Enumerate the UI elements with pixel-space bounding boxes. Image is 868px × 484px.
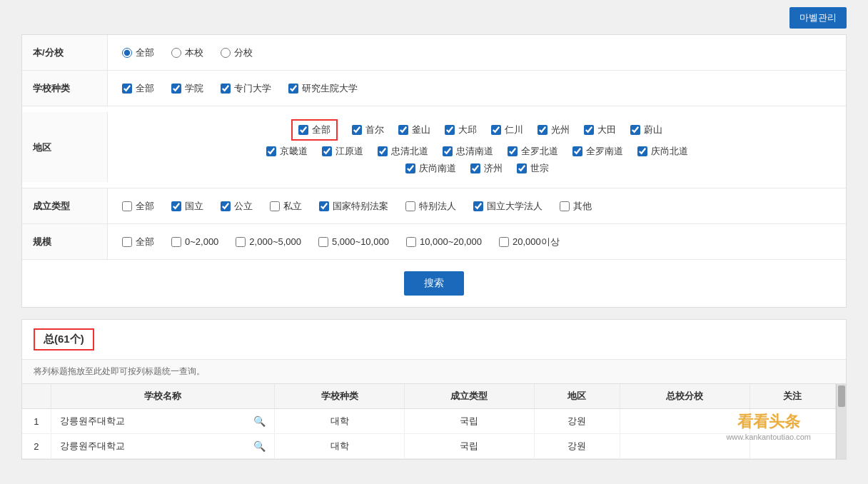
check-region-jeonbuk[interactable]: 全罗北道 (508, 145, 558, 158)
th-school-name: 学校名称 (51, 384, 275, 409)
establish-type-options: 全部 国立 公立 私立 国家特别法案 特别法人 国立 (108, 193, 846, 220)
check-scale-2000-5000[interactable]: 2,000~5,000 (236, 236, 301, 247)
row2-note (750, 434, 835, 459)
check-region-ulsan[interactable]: 蔚山 (630, 119, 662, 141)
table-header-row: 学校名称 学校种类 成立类型 地区 总校分校 关注 (22, 384, 836, 409)
check-region-jeju[interactable]: 济州 (470, 162, 503, 175)
results-section: 总(61个) 将列标题拖放至此处即可按列标题统一查询。 学校名称 学校种类 成立… (21, 319, 847, 460)
label-school-type: 学校种类 (22, 71, 108, 106)
th-num (22, 384, 51, 409)
radio-sub-branch[interactable]: 分校 (221, 46, 253, 59)
check-est-public[interactable]: 公立 (221, 200, 253, 213)
th-school-type: 学校种类 (275, 384, 405, 409)
check-region-gyeongbuk[interactable]: 庆尚北道 (637, 145, 688, 158)
label-branch: 本/分校 (22, 35, 108, 70)
region-row-3: 庆尚南道 济州 世宗 (405, 162, 549, 175)
check-region-sejong[interactable]: 世宗 (517, 162, 549, 175)
region-row-1: 全部 首尔 釜山 大邱 仁川 (291, 119, 662, 141)
search-form: 本/分校 全部 本校 分校 学校种类 全部 (21, 34, 847, 308)
table-wrapper: 学校名称 学校种类 成立类型 地区 总校分校 关注 1 (22, 384, 846, 459)
top-right-button[interactable]: 마벨관리 (789, 7, 847, 29)
label-scale: 规模 (22, 224, 108, 259)
check-region-chungbuk[interactable]: 忠清北道 (378, 145, 428, 158)
check-region-gwangju[interactable]: 光州 (538, 119, 570, 141)
row2-search-icon[interactable]: 🔍 (253, 440, 266, 452)
form-row-region: 地区 全部 首尔 釜山 大邱 (22, 106, 846, 188)
drag-area: 将列标题拖放至此处即可按列标题统一查询。 (22, 360, 846, 384)
check-schooltype-vocational[interactable]: 专门大学 (221, 82, 271, 95)
row1-name-cell: 강릉원주대학교 🔍 (51, 409, 275, 434)
row1-search-icon[interactable]: 🔍 (253, 415, 266, 427)
check-region-seoul[interactable]: 首尔 (352, 119, 384, 141)
check-scale-10000-20000[interactable]: 10,000~20,000 (406, 236, 482, 247)
row2-name-cell: 강릉원주대학교 🔍 (51, 434, 275, 459)
check-region-chungnam[interactable]: 忠清南道 (443, 145, 493, 158)
check-est-all[interactable]: 全部 (122, 200, 154, 213)
search-button[interactable]: 搜索 (404, 271, 464, 296)
check-schooltype-grad[interactable]: 研究生院大学 (288, 82, 358, 95)
label-establish-type: 成立类型 (22, 188, 108, 223)
search-button-row: 搜索 (22, 260, 846, 307)
scale-options: 全部 0~2,000 2,000~5,000 5,000~10,000 10,0… (108, 228, 846, 256)
results-table: 学校名称 学校种类 成立类型 地区 总校分校 关注 1 (22, 384, 836, 459)
check-scale-5000-10000[interactable]: 5,000~10,000 (318, 236, 389, 247)
scrollbar[interactable] (836, 384, 846, 459)
row1-region: 강원 (534, 409, 620, 434)
check-scale-0-2000[interactable]: 0~2,000 (171, 236, 218, 247)
check-est-special-law[interactable]: 国家特别法案 (319, 200, 388, 213)
check-est-national[interactable]: 国立 (171, 200, 203, 213)
check-est-private[interactable]: 私立 (270, 200, 302, 213)
results-count: 总(61个) (34, 328, 94, 351)
check-region-daegu[interactable]: 大邱 (445, 119, 477, 141)
drag-area-text: 将列标题拖放至此处即可按列标题统一查询。 (34, 365, 834, 378)
check-scale-20000-plus[interactable]: 20,000이상 (499, 236, 560, 248)
form-row-branch: 本/分校 全部 本校 分校 (22, 35, 846, 71)
radio-all-branch[interactable]: 全部 (122, 46, 154, 59)
row1-type: 대학 (275, 409, 405, 434)
check-schooltype-college[interactable]: 学院 (171, 82, 203, 95)
check-region-jeonnam[interactable]: 全罗南道 (572, 145, 623, 158)
row2-establish: 국립 (404, 434, 534, 459)
label-region: 地区 (22, 112, 108, 182)
row2-school-name: 강릉원주대학교 (60, 440, 125, 453)
table-row: 2 강릉원주대학교 🔍 대학 국립 강원 (22, 434, 836, 459)
region-row-2: 京畿道 江原道 忠清北道 忠清南道 全罗北道 全罗 (266, 145, 688, 158)
scrollbar-thumb[interactable] (838, 385, 845, 407)
check-region-busan[interactable]: 釜山 (398, 119, 430, 141)
th-note: 关注 (750, 384, 835, 409)
branch-options: 全部 本校 分校 (108, 39, 846, 66)
row1-num: 1 (22, 409, 51, 434)
row2-region: 강원 (534, 434, 620, 459)
region-options: 全部 首尔 釜山 大邱 仁川 (108, 112, 846, 182)
form-row-establish-type: 成立类型 全部 国立 公立 私立 国家特别法案 特别法人 (22, 188, 846, 224)
check-region-gyeongnam[interactable]: 庆尚南道 (405, 162, 456, 175)
check-schooltype-all[interactable]: 全部 (122, 82, 154, 95)
row2-num: 2 (22, 434, 51, 459)
check-region-gyeonggi[interactable]: 京畿道 (266, 145, 308, 158)
table-scroll-area[interactable]: 学校名称 学校种类 成立类型 地区 总校分校 关注 1 (22, 384, 836, 459)
check-est-national-univ[interactable]: 国立大学法人 (473, 200, 542, 213)
th-branch: 总校分校 (620, 384, 750, 409)
check-region-daejeon[interactable]: 大田 (584, 119, 616, 141)
check-scale-all[interactable]: 全部 (122, 236, 154, 248)
th-establish-type: 成立类型 (404, 384, 534, 409)
region-all-highlighted: 全部 (291, 119, 338, 141)
check-region-incheon[interactable]: 仁川 (491, 119, 523, 141)
row1-branch (620, 409, 750, 434)
check-region-gangwon[interactable]: 江原道 (322, 145, 363, 158)
th-region: 地区 (534, 384, 620, 409)
row1-establish: 국립 (404, 409, 534, 434)
results-header: 总(61个) (22, 320, 846, 360)
radio-main-branch[interactable]: 本校 (171, 46, 203, 59)
school-type-options: 全部 学院 专门大学 研究生院大学 (108, 75, 846, 102)
check-region-all[interactable]: 全部 (298, 123, 330, 136)
form-row-school-type: 学校种类 全部 学院 专门大学 研究生院大学 (22, 71, 846, 106)
row2-branch (620, 434, 750, 459)
row1-note (750, 409, 835, 434)
row1-school-name: 강릉원주대학교 (60, 415, 125, 428)
check-est-special-corp[interactable]: 特别法人 (405, 200, 456, 213)
form-row-scale: 规模 全部 0~2,000 2,000~5,000 5,000~10,000 1… (22, 224, 846, 260)
check-est-other[interactable]: 其他 (560, 200, 592, 213)
row2-type: 대학 (275, 434, 405, 459)
table-row: 1 강릉원주대학교 🔍 대학 국립 강원 (22, 409, 836, 434)
